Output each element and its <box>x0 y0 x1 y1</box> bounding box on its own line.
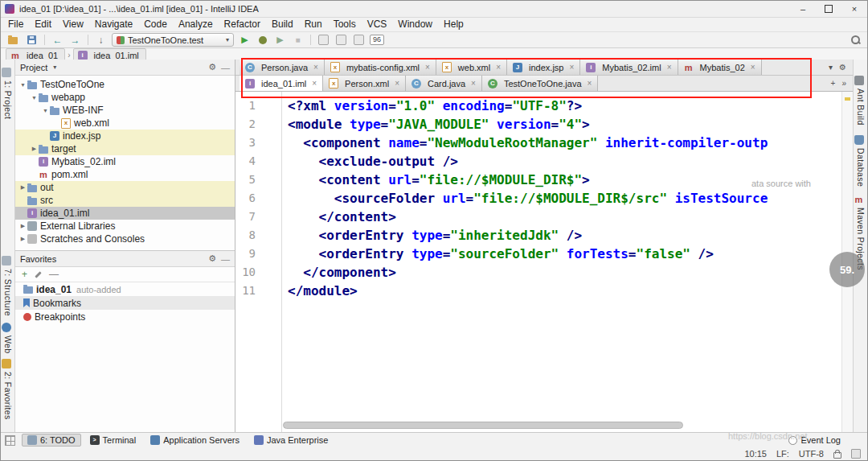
toolwindow-button-2-favorites[interactable]: 2: Favorites <box>2 359 14 420</box>
badge-96[interactable]: 96 <box>370 35 384 45</box>
menu-vcs[interactable]: VCS <box>362 18 393 31</box>
lock-icon[interactable] <box>833 452 841 459</box>
editor-tab-testonetoone-java[interactable]: CTestOneToOne.java× <box>482 76 598 91</box>
collapse-arrow-icon[interactable]: ▼ <box>18 82 27 88</box>
project-pane-title[interactable]: Project <box>20 63 47 72</box>
menu-code[interactable]: Code <box>138 18 173 31</box>
back-button[interactable]: ← <box>51 34 64 47</box>
editor-code-area[interactable]: 1234567891011 <?xml version="1.0" encodi… <box>235 92 853 433</box>
scrollbar-thumb[interactable] <box>283 422 683 429</box>
editor-tab-mybatis-02[interactable]: mMybatis_02× <box>678 60 762 75</box>
expand-arrow-icon[interactable]: ▶ <box>18 184 27 191</box>
editor-tab-person-java[interactable]: CPerson.java× <box>240 60 325 75</box>
expand-arrow-icon[interactable]: ▶ <box>30 146 39 152</box>
editor-tab-web-xml[interactable]: xweb.xml× <box>436 60 507 75</box>
toolwindow-button-ant-build[interactable]: Ant Build <box>854 76 867 126</box>
close-tab-icon[interactable]: × <box>667 63 672 72</box>
menu-build[interactable]: Build <box>266 18 299 31</box>
menu-edit[interactable]: Edit <box>29 18 57 31</box>
collapse-arrow-icon[interactable]: ▼ <box>30 95 39 101</box>
open-button[interactable] <box>7 34 21 47</box>
tree-item-testonetoone[interactable]: ▼TestOneToOne <box>15 78 235 91</box>
add-tab-icon[interactable]: + <box>831 79 836 88</box>
tree-item-index-jsp[interactable]: Jindex.jsp <box>15 130 235 142</box>
settings-gear-icon[interactable]: ⚙ <box>839 63 846 72</box>
menu-file[interactable]: File <box>2 18 29 31</box>
toolwindow-switcher-icon[interactable] <box>5 435 15 446</box>
forward-button[interactable]: → <box>68 34 82 47</box>
favorites-item-breakpoints[interactable]: Breakpoints <box>15 310 235 323</box>
toolwindow-6-todo[interactable]: 6: TODO <box>22 434 81 447</box>
close-tab-icon[interactable]: × <box>312 79 317 88</box>
menu-navigate[interactable]: Navigate <box>89 18 138 31</box>
tree-item-web-xml[interactable]: xweb.xml <box>15 117 235 130</box>
close-tab-icon[interactable]: × <box>395 79 399 88</box>
toolbar-extra-icon-2[interactable] <box>334 34 348 47</box>
toolwindow-java-enterprise[interactable]: Java Enterprise <box>248 434 334 447</box>
close-tab-icon[interactable]: × <box>751 63 755 72</box>
debug-button[interactable] <box>256 34 269 47</box>
menu-view[interactable]: View <box>57 18 89 31</box>
tree-item-scratches-and-consoles[interactable]: ▶Scratches and Consoles <box>15 233 235 245</box>
favorites-item-bookmarks[interactable]: Bookmarks <box>15 296 235 310</box>
search-icon[interactable] <box>850 35 861 45</box>
tree-item-idea-01-iml[interactable]: iidea_01.iml <box>15 207 235 220</box>
editor-tab-mybatis-config-xml[interactable]: xmybatis-config.xml× <box>325 60 436 75</box>
hide-panel-icon[interactable]: — <box>221 63 230 72</box>
status-encoding[interactable]: UTF-8 <box>799 449 824 459</box>
editor-tab-person-xml[interactable]: xPerson.xml× <box>323 76 406 91</box>
close-tab-icon[interactable]: × <box>496 63 501 72</box>
remove-favorite-button[interactable]: — <box>49 269 59 280</box>
run-configuration-select[interactable]: TestOneToOne.test ▾ <box>112 33 234 47</box>
toolwindow-button-database[interactable]: Database <box>854 135 867 187</box>
close-tab-icon[interactable]: × <box>313 63 318 72</box>
editor-tab-card-java[interactable]: CCard.java× <box>406 76 482 91</box>
favorites-item-idea-01[interactable]: idea_01auto-added <box>15 282 235 296</box>
tree-item-src[interactable]: src <box>15 194 235 207</box>
toolwindow-button-1-project[interactable]: 1: Project <box>2 68 14 119</box>
status-line-ending[interactable]: LF: <box>776 449 789 459</box>
hide-panel-icon[interactable]: — <box>221 254 230 264</box>
status-position[interactable]: 10:15 <box>744 449 767 459</box>
tree-item-pom-xml[interactable]: mpom.xml <box>15 168 235 181</box>
save-all-button[interactable] <box>25 34 39 47</box>
sort-icon[interactable]: ↓ <box>94 34 108 47</box>
toolbar-extra-icon-3[interactable] <box>352 34 366 47</box>
stop-button[interactable]: ■ <box>291 34 305 47</box>
editor-tab-index-jsp[interactable]: Jindex.jsp× <box>507 60 580 75</box>
expand-arrow-icon[interactable]: ▶ <box>18 223 27 229</box>
menu-window[interactable]: Window <box>392 18 438 31</box>
menu-help[interactable]: Help <box>438 18 469 31</box>
close-tab-icon[interactable]: × <box>425 63 430 72</box>
toolbar-extra-icon-1[interactable] <box>317 34 330 47</box>
close-tab-icon[interactable]: × <box>588 79 592 88</box>
menu-analyze[interactable]: Analyze <box>173 18 219 31</box>
editor-tab-idea-01-iml[interactable]: iidea_01.iml× <box>240 76 323 91</box>
horizontal-scrollbar[interactable] <box>283 422 840 429</box>
close-button[interactable]: × <box>841 1 867 17</box>
close-tab-icon[interactable]: × <box>471 79 476 88</box>
maximize-button[interactable] <box>816 1 841 17</box>
add-favorite-button[interactable]: + <box>22 269 27 280</box>
tree-item-out[interactable]: ▶out <box>15 181 235 194</box>
tree-item-mybatis-02-iml[interactable]: iMybatis_02.iml <box>15 155 235 168</box>
toolwindow-application-servers[interactable]: Application Servers <box>145 434 245 447</box>
tree-item-webapp[interactable]: ▼webapp <box>15 91 235 104</box>
editor-tab-mybatis-02-iml[interactable]: iMybatis_02.iml× <box>580 60 678 75</box>
collapse-arrow-icon[interactable]: ▼ <box>41 108 50 113</box>
toolwindow-button-7-structure[interactable]: 7: Structure <box>2 256 14 316</box>
edit-icon[interactable] <box>35 271 41 278</box>
coverage-button[interactable]: ▶ <box>273 34 287 47</box>
menu-run[interactable]: Run <box>299 18 328 31</box>
settings-gear-icon[interactable]: ⚙ <box>208 62 216 72</box>
close-tab-icon[interactable]: × <box>569 63 574 72</box>
toolwindow-terminal[interactable]: >Terminal <box>84 434 142 447</box>
run-button[interactable]: ▶ <box>238 34 252 47</box>
more-tabs-icon[interactable]: » <box>841 79 846 88</box>
toolwindow-button-web[interactable]: Web <box>2 323 14 354</box>
tab-list-dropdown-icon[interactable]: ▾ <box>829 63 833 72</box>
chevron-down-icon[interactable]: ▾ <box>53 64 56 71</box>
memory-indicator-icon[interactable] <box>851 449 861 459</box>
minimize-button[interactable]: – <box>790 1 816 17</box>
expand-arrow-icon[interactable]: ▶ <box>18 236 27 242</box>
